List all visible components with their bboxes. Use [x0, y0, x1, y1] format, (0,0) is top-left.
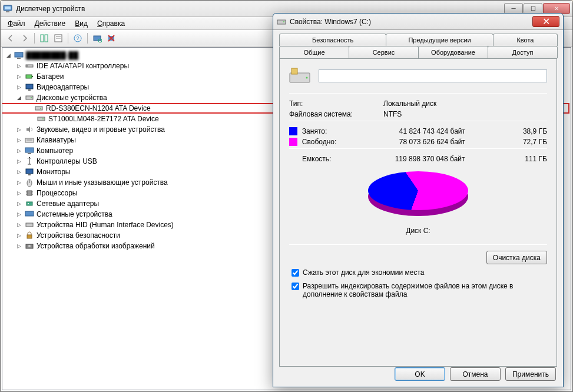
expander-expand-icon[interactable]: ▷ [16, 74, 22, 79]
svg-point-22 [31, 97, 32, 98]
apply-button[interactable]: Применить [505, 367, 556, 381]
svg-rect-4 [45, 35, 48, 42]
display-adapter-icon [25, 82, 34, 92]
svg-rect-33 [28, 174, 31, 175]
compress-checkbox[interactable] [292, 269, 299, 277]
svg-rect-43 [25, 211, 34, 216]
divider-3 [289, 148, 547, 149]
tree-item-label: Процессоры [37, 189, 78, 197]
menu-view[interactable]: Вид [70, 18, 92, 29]
svg-point-51 [306, 77, 308, 79]
svg-text:?: ? [76, 35, 79, 41]
computer-icon [25, 146, 34, 155]
expander-collapse-icon[interactable]: ◢ [6, 53, 11, 58]
tab-previous-versions[interactable]: Предыдущие версии [386, 34, 493, 46]
toolbar-divider-2 [68, 33, 68, 44]
cancel-button[interactable]: Отмена [450, 367, 501, 381]
expander-expand-icon[interactable]: ▷ [16, 138, 22, 143]
expander-expand-icon[interactable]: ▷ [16, 180, 22, 185]
used-hr: 38,9 ГБ [489, 127, 547, 135]
tab-tools[interactable]: Сервис [349, 46, 419, 58]
props-close-button[interactable]: ✕ [532, 16, 559, 27]
show-hide-tree-button[interactable] [38, 32, 51, 45]
uninstall-button[interactable] [105, 32, 118, 45]
disk-drive-icon [34, 104, 44, 113]
svg-point-26 [42, 118, 44, 119]
svg-point-24 [40, 108, 41, 109]
disk-cleanup-button[interactable]: Очистка диска [486, 251, 547, 264]
imaging-icon [25, 241, 34, 251]
tab-panel-general: Тип: Локальный диск Файловая система: NT… [279, 58, 557, 367]
forward-button[interactable] [18, 32, 31, 45]
tree-root-label: ████████-██ [26, 51, 78, 59]
tree-item-label: RD-S380ECN-N1204 ATA Device [46, 104, 151, 112]
tree-item-label: Контроллеры USB [37, 157, 97, 165]
tab-general[interactable]: Общие [279, 46, 349, 58]
tab-sharing[interactable]: Доступ [488, 46, 558, 58]
drive-properties-dialog: Свойства: Windows7 (C:) ✕ Безопасность П… [273, 13, 564, 387]
keyboard-icon [25, 135, 34, 145]
expander-expand-icon[interactable]: ▷ [16, 222, 22, 228]
free-color-swatch [289, 138, 297, 146]
tree-item-label: Дисковые устройства [37, 94, 107, 102]
props-title-text: Свойства: Windows7 (C:) [290, 18, 532, 26]
props-titlebar[interactable]: Свойства: Windows7 (C:) ✕ [273, 14, 563, 30]
properties-button[interactable] [52, 32, 65, 45]
back-button[interactable] [4, 32, 17, 45]
expander-expand-icon[interactable]: ▷ [16, 244, 22, 249]
svg-rect-42 [28, 203, 29, 204]
svg-rect-2 [6, 11, 9, 12]
expander-expand-icon[interactable]: ▷ [16, 64, 22, 69]
svg-point-47 [28, 245, 31, 247]
tab-hardware[interactable]: Оборудование [418, 46, 488, 58]
tab-quota[interactable]: Квота [493, 34, 558, 46]
menu-action[interactable]: Действие [30, 18, 71, 29]
expander-expand-icon[interactable]: ▷ [16, 85, 22, 90]
expander-expand-icon[interactable]: ▷ [16, 233, 22, 238]
compress-checkbox-row[interactable]: Сжать этот диск для экономии места [289, 268, 547, 278]
dialog-buttons: OK Отмена Применить [395, 367, 556, 381]
expander-expand-icon[interactable]: ▷ [16, 191, 22, 196]
help-button[interactable]: ? [71, 32, 84, 45]
expander-expand-icon[interactable]: ▷ [16, 159, 22, 164]
mouse-icon [25, 178, 34, 187]
expander-expand-icon[interactable]: ▷ [16, 170, 22, 175]
expander-expand-icon[interactable]: ▷ [16, 127, 22, 132]
svg-rect-16 [27, 65, 28, 67]
svg-rect-1 [5, 6, 11, 9]
svg-rect-20 [28, 89, 31, 91]
tree-item-label: Видеоадаптеры [37, 83, 89, 91]
expander-expand-icon[interactable]: ▷ [16, 148, 22, 154]
svg-rect-18 [32, 76, 33, 77]
svg-rect-10 [94, 36, 101, 41]
tabs-front-row: Общие Сервис Оборудование Доступ [279, 46, 557, 58]
index-label: Разрешить индексировать содержимое файло… [303, 282, 547, 298]
expander-expand-icon[interactable]: ▷ [16, 212, 22, 217]
scan-button[interactable] [91, 32, 104, 45]
expander-collapse-icon[interactable]: ◢ [16, 95, 22, 101]
ok-button[interactable]: OK [395, 367, 445, 381]
ide-controller-icon [25, 61, 34, 71]
computer-icon [14, 51, 24, 60]
tree-item-label: Батареи [37, 72, 64, 81]
svg-rect-30 [25, 148, 34, 152]
index-checkbox-row[interactable]: Разрешить индексировать содержимое файло… [289, 282, 547, 298]
tab-security[interactable]: Безопасность [279, 34, 386, 46]
used-color-swatch [289, 127, 297, 135]
expander-expand-icon[interactable]: ▷ [16, 201, 22, 207]
drive-name-input[interactable] [319, 69, 547, 82]
tree-item-label: ST1000LM048-2E7172 ATA Device [48, 115, 159, 123]
drive-large-icon [289, 67, 310, 85]
menu-help[interactable]: Справка [92, 18, 130, 29]
divider-4 [289, 244, 547, 245]
svg-rect-23 [35, 107, 42, 110]
tree-item-label: Устройства обработки изображений [37, 242, 155, 250]
sound-icon [25, 125, 34, 134]
svg-rect-31 [28, 153, 31, 154]
divider [289, 93, 547, 94]
svg-rect-45 [27, 235, 32, 238]
capacity-label: Емкость: [289, 155, 371, 163]
menu-file[interactable]: Файл [3, 18, 30, 29]
capacity-hr: 111 ГБ [489, 155, 547, 163]
index-checkbox[interactable] [292, 283, 299, 290]
